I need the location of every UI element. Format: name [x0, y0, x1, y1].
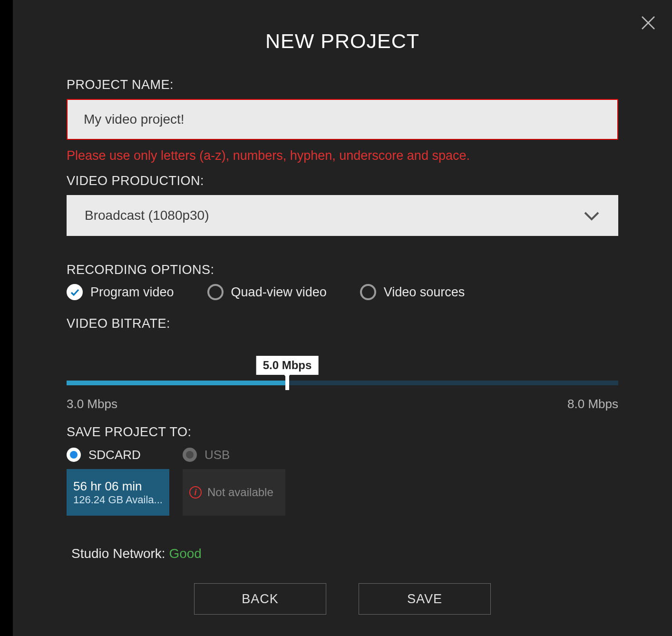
back-button[interactable]: BACK: [194, 583, 326, 615]
project-name-error: Please use only letters (a-z), numbers, …: [67, 148, 618, 163]
save-to-sdcard-radio[interactable]: SDCARD: [67, 446, 169, 463]
radio-icon: [183, 448, 197, 462]
usb-status: Not available: [207, 486, 273, 499]
save-to-sdcard-label: SDCARD: [88, 448, 141, 462]
studio-network-label: Studio Network:: [71, 546, 169, 561]
dialog-title: NEW PROJECT: [13, 0, 672, 53]
checkmark-icon: [67, 284, 83, 300]
save-to-usb-radio[interactable]: USB: [183, 446, 285, 463]
circle-icon: [207, 284, 224, 300]
bitrate-min: 3.0 Mbps: [67, 397, 117, 411]
recording-option-sources-label: Video sources: [384, 285, 465, 300]
save-button[interactable]: SAVE: [359, 583, 491, 615]
recording-option-quad[interactable]: Quad-view video: [207, 284, 327, 300]
recording-option-program[interactable]: Program video: [67, 284, 174, 300]
recording-option-quad-label: Quad-view video: [231, 285, 327, 300]
alert-icon: i: [189, 486, 202, 499]
bitrate-max: 8.0 Mbps: [567, 397, 618, 411]
save-to-label: SAVE PROJECT TO:: [67, 425, 618, 440]
radio-icon: [67, 448, 81, 462]
bitrate-slider[interactable]: 5.0 Mbps: [67, 359, 618, 392]
slider-fill: [67, 381, 287, 385]
chevron-down-icon: [583, 210, 600, 221]
usb-card: i Not available: [183, 469, 285, 516]
slider-tooltip: 5.0 Mbps: [256, 356, 319, 375]
video-bitrate-label: VIDEO BITRATE:: [67, 316, 618, 331]
save-to-usb-label: USB: [205, 448, 230, 462]
video-production-value: Broadcast (1080p30): [85, 208, 583, 223]
studio-network-row: Studio Network: Good: [67, 546, 618, 561]
close-button[interactable]: [638, 13, 659, 34]
recording-options-label: RECORDING OPTIONS:: [67, 263, 618, 277]
project-name-input[interactable]: [67, 99, 618, 140]
sdcard-time: 56 hr 06 min: [73, 479, 163, 494]
slider-thumb[interactable]: [285, 376, 289, 390]
sdcard-card[interactable]: 56 hr 06 min 126.24 GB Availa...: [67, 469, 169, 516]
video-production-label: VIDEO PRODUCTION:: [67, 174, 618, 188]
recording-option-program-label: Program video: [90, 285, 174, 300]
sdcard-available: 126.24 GB Availa...: [73, 494, 163, 506]
studio-network-status: Good: [169, 546, 202, 561]
new-project-dialog: NEW PROJECT PROJECT NAME: Please use onl…: [13, 0, 672, 636]
close-icon: [640, 15, 656, 33]
circle-icon: [360, 284, 376, 300]
project-name-label: PROJECT NAME:: [67, 78, 618, 92]
video-production-select[interactable]: Broadcast (1080p30): [67, 195, 618, 236]
recording-option-sources[interactable]: Video sources: [360, 284, 465, 300]
